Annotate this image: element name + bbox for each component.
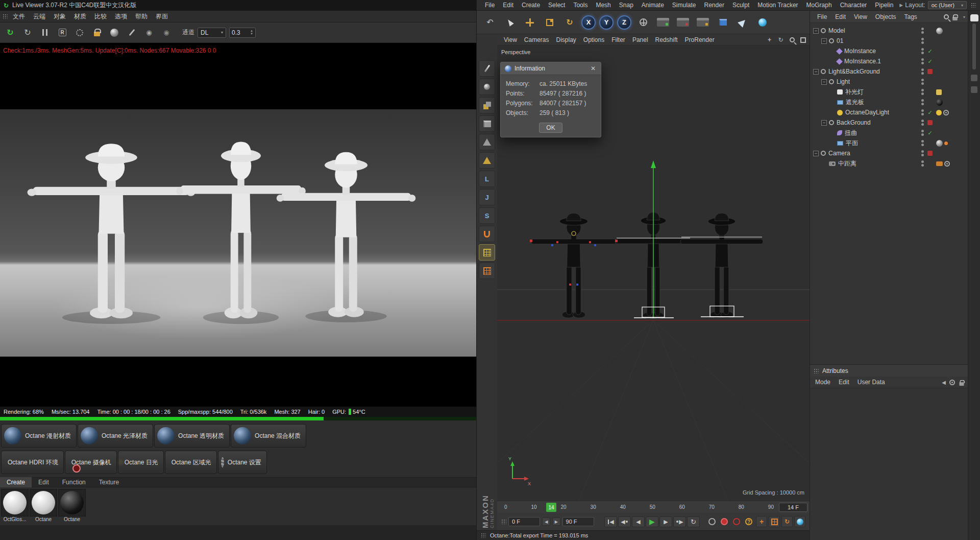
expand-toggle-icon[interactable]: − [813,151,819,156]
layer-chip[interactable] [927,120,933,125]
material-preview[interactable] [1,489,29,516]
lock-icon[interactable] [952,16,958,20]
material-button-octane-hdri-环境[interactable]: Octane HDRI 环境 [1,451,64,474]
om-menu-objects[interactable]: Objects [871,13,900,20]
range-end-field[interactable]: 90 F [562,517,594,526]
material-button-octane-漫射材质[interactable]: Octane 漫射材质 [1,424,77,448]
visibility-dots-icon[interactable] [921,38,924,44]
material-button-octane-日光[interactable]: Octane 日光 [118,451,164,474]
current-frame-marker[interactable]: 14 [546,503,556,512]
axis-x-button[interactable]: X [581,15,596,30]
search-icon[interactable] [944,14,949,19]
go-to-start-icon[interactable]: ◀ [604,516,617,527]
focus-pick-icon[interactable]: ◉ [142,26,156,39]
menu-motion-tracker[interactable]: Motion Tracker [753,2,802,9]
undo-icon[interactable]: ↶ [482,14,498,31]
menu-render[interactable]: Render [700,2,728,9]
spline-hook-icon[interactable]: J [479,189,495,205]
timeline-tick[interactable]: 60 [679,501,685,513]
clay-figure-middle[interactable] [176,142,306,324]
viewport-menu-cameras[interactable]: Cameras [521,36,553,43]
menu-sculpt[interactable]: Sculpt [728,2,753,9]
om-menu-file[interactable]: File [813,13,831,20]
expand-toggle-icon[interactable]: − [821,79,827,85]
range-start-field[interactable]: 0 F [508,517,540,526]
octane-camera-icon[interactable] [794,516,805,527]
drag-grip-icon[interactable] [501,519,506,524]
visibility-dots-icon[interactable] [921,109,924,115]
pick-object-icon[interactable] [949,380,955,385]
menu-snap[interactable]: Snap [615,2,638,9]
dialog-ok-button[interactable]: OK [539,123,562,133]
play-icon[interactable]: ▶ [646,516,658,527]
visibility-dots-icon[interactable] [921,130,924,136]
lv-menu-云端[interactable]: 云端 [29,12,50,21]
snap-grid-icon[interactable] [479,244,495,261]
material-thumbnail-octglos[interactable]: OctGlos... [1,489,29,524]
viewport-camera-label[interactable]: Perspective [501,49,530,55]
viewport-menu-options[interactable]: Options [580,36,608,43]
lv-menu-文件[interactable]: 文件 [9,12,29,21]
tree-item-light-background[interactable]: −Light&BackGround [810,66,968,77]
tree-item-model[interactable]: −Model [810,26,968,36]
pause-icon[interactable] [38,26,52,39]
range-scroll-right-icon[interactable]: ▶ [552,518,560,526]
lv-menu-选项[interactable]: 选项 [111,12,131,21]
layer-chip[interactable] [927,151,933,156]
restart-render-icon[interactable]: ↻ [4,26,17,39]
sphere-black-icon[interactable] [936,99,943,106]
record-active-icon[interactable] [731,516,742,527]
material-button-octane-混合材质[interactable]: Octane 混合材质 [231,424,306,448]
target-tag-icon[interactable] [944,161,950,167]
camera-tag-icon[interactable] [936,161,943,166]
lock-icon[interactable] [960,382,964,386]
spline-corner-icon[interactable]: L [479,171,495,187]
panel-tab-icon[interactable] [971,86,977,93]
y-axis-arrow-icon[interactable] [651,160,656,168]
enabled-check-icon[interactable]: ✓ [927,58,932,65]
menu-character[interactable]: Character [836,2,871,9]
spinner-arrows-icon[interactable]: ▲▼ [250,30,253,35]
cube-primitive-icon[interactable] [715,14,731,31]
samples-spinner[interactable]: 0.3 ▲▼ [229,28,256,38]
visibility-dots-icon[interactable] [921,120,924,126]
move-icon[interactable] [522,14,538,31]
magnet-icon[interactable] [479,226,495,242]
menu-select[interactable]: Select [544,2,569,9]
clay-figure-left[interactable] [28,144,195,324]
tree-item-中距离[interactable]: 中距离 [810,158,968,169]
timeline-tick[interactable]: 20 [561,501,567,513]
refresh-icon[interactable]: ↻ [21,26,34,39]
zoom-view-icon[interactable] [788,36,796,44]
panel-tab-icon[interactable] [971,75,977,81]
menu-overflow-icon[interactable]: ▶ [897,3,905,8]
timeline-tick[interactable]: 50 [650,501,655,513]
menu-animate[interactable]: Animate [638,2,668,9]
tree-item-background[interactable]: −BackGround [810,118,968,128]
render-ball-icon[interactable] [108,26,121,39]
material-button-octane-摄像机[interactable]: Octane 摄像机 [65,451,117,474]
viewport-menu-filter[interactable]: Filter [608,36,629,43]
viewport-menu-display[interactable]: Display [552,36,579,43]
brush-icon[interactable] [479,79,495,95]
tree-item-扭曲[interactable]: 扭曲✓ [810,128,968,138]
attributes-header[interactable]: Attributes [810,365,968,377]
menu-create[interactable]: Create [518,2,544,9]
orange-dot-icon[interactable] [944,142,948,145]
timeline-tick[interactable]: 30 [591,501,596,513]
material-preview[interactable] [30,489,57,516]
visibility-dots-icon[interactable] [921,150,924,156]
timeline-tick[interactable]: 0 [504,501,507,513]
lock-icon[interactable] [90,26,104,39]
settings-gear-icon[interactable] [73,26,86,39]
picker-icon[interactable] [125,26,138,39]
select-cursor-icon[interactable] [502,14,518,31]
scrollbar-thumb[interactable] [972,24,976,69]
knife-icon[interactable] [479,60,495,77]
render-view-icon[interactable] [655,14,671,31]
spline-s-icon[interactable]: S [479,207,495,224]
material-button-octane-透明材质[interactable]: Octane 透明材质 [154,424,230,448]
expand-toggle-icon[interactable]: − [813,69,819,75]
visibility-dots-icon[interactable] [921,140,924,146]
reset-r-icon[interactable]: R [56,26,69,39]
